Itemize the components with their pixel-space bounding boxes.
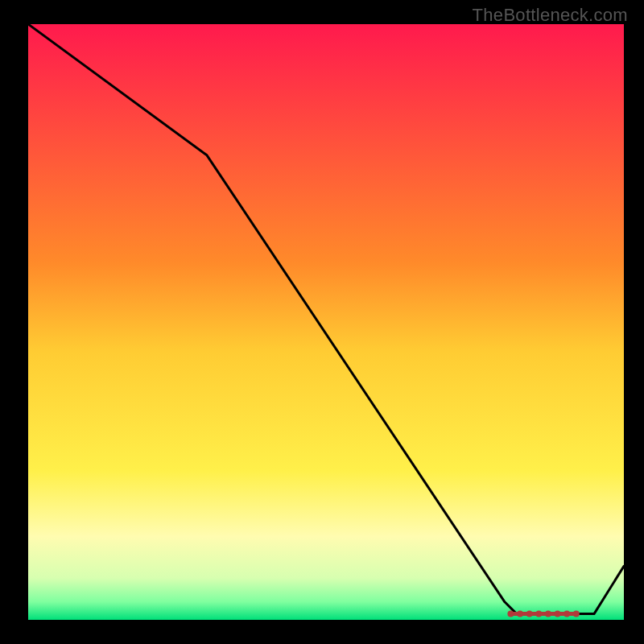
svg-point-3 xyxy=(526,611,533,617)
svg-point-1 xyxy=(507,611,514,617)
svg-point-5 xyxy=(545,611,551,617)
svg-point-2 xyxy=(517,611,523,617)
svg-point-8 xyxy=(573,611,580,617)
plot-area xyxy=(28,24,624,620)
svg-point-6 xyxy=(555,611,561,617)
chart-svg xyxy=(28,24,624,620)
svg-point-7 xyxy=(564,611,570,617)
chart-container: TheBottleneck.com xyxy=(0,0,644,644)
watermark-text: TheBottleneck.com xyxy=(473,5,628,26)
svg-point-4 xyxy=(535,611,542,617)
gradient-background xyxy=(28,24,624,620)
